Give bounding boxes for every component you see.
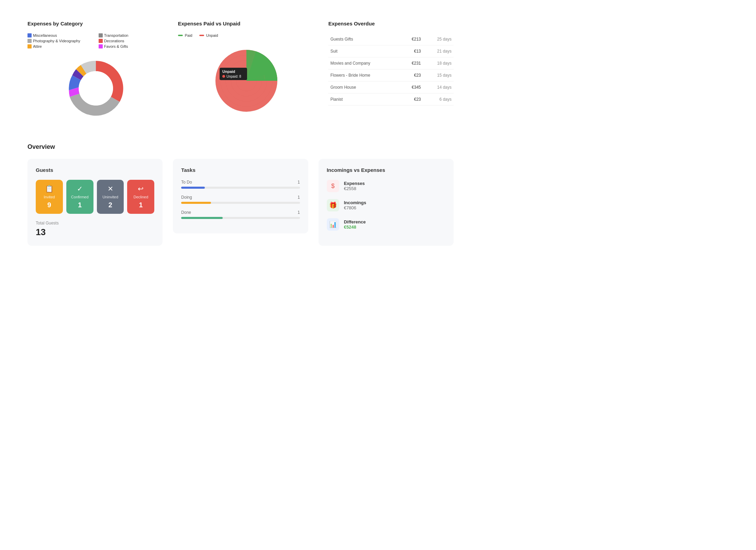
expenses-overdue-title: Expenses Overdue <box>328 21 454 26</box>
expenses-paid-title: Expenses Paid vs Unpaid <box>178 21 315 26</box>
overdue-amount: €213 <box>401 33 423 45</box>
tasks-panel: Tasks To Do 1 Doing 1 <box>173 159 308 233</box>
task-done: Done 1 <box>181 210 300 219</box>
uninvited-icon: ✕ <box>108 185 113 193</box>
svg-point-0 <box>79 71 113 106</box>
overdue-amount: €231 <box>401 57 423 69</box>
expenses-icon: $ <box>327 180 339 192</box>
invited-count: 9 <box>47 201 51 209</box>
task-todo-label: To Do <box>181 180 192 185</box>
difference-value: €5248 <box>344 224 366 230</box>
income-row-difference: 📊 Difference €5248 <box>327 218 445 231</box>
income-text-incomings: Incomings €7806 <box>344 200 366 210</box>
incomings-label: Incomings <box>344 200 366 205</box>
overdue-name: Groom House <box>328 81 401 94</box>
legend-item-attire: Attire <box>27 44 93 48</box>
overdue-days: 6 days <box>423 94 454 106</box>
overdue-table-row: Pianist €23 6 days <box>328 94 454 106</box>
uninvited-count: 2 <box>109 201 112 209</box>
overdue-name: Flowers - Bride Home <box>328 69 401 81</box>
legend-item-favors: Favors & Gifts <box>99 44 164 48</box>
expenses-category-panel: Expenses by Category Miscellaneous Trans… <box>27 21 164 123</box>
overdue-name: Guests Gifts <box>328 33 401 45</box>
expenses-overdue-panel: Expenses Overdue Guests Gifts €213 25 da… <box>328 21 454 106</box>
overdue-days: 18 days <box>423 57 454 69</box>
expenses-label: Expenses <box>344 181 365 186</box>
legend-dot-photo <box>27 39 32 43</box>
invited-icon: 📋 <box>45 185 54 193</box>
overdue-amount: €23 <box>401 69 423 81</box>
task-doing-bar <box>181 202 300 204</box>
unpaid-dot <box>199 35 204 36</box>
task-doing-fill <box>181 202 211 204</box>
task-todo-fill <box>181 187 205 189</box>
overdue-amount: €345 <box>401 81 423 94</box>
guest-cards: 📋 Invited 9 ✓ Confirmed 1 ✕ Uninvited 2 <box>36 180 154 214</box>
overdue-days: 15 days <box>423 69 454 81</box>
incomings-title: Incomings vs Expenses <box>327 167 445 173</box>
overdue-name: Movies and Company <box>328 57 401 69</box>
confirmed-count: 1 <box>78 201 82 209</box>
overdue-days: 25 days <box>423 33 454 45</box>
task-todo: To Do 1 <box>181 180 300 189</box>
income-text-expenses: Expenses €2558 <box>344 181 365 191</box>
legend-item-decor: Decorations <box>99 39 164 43</box>
svg-text:Unpaid: Unpaid <box>222 69 235 74</box>
task-todo-bar <box>181 187 300 189</box>
legend-dot-attire <box>27 44 32 48</box>
task-doing-count: 1 <box>298 195 300 200</box>
legend-dot-favors <box>99 44 103 48</box>
guest-card-confirmed: ✓ Confirmed 1 <box>66 180 93 214</box>
expenses-value: €2558 <box>344 186 365 191</box>
confirmed-label: Confirmed <box>71 195 89 199</box>
legend-item-transport: Transportation <box>99 33 164 37</box>
task-done-fill <box>181 217 223 219</box>
overdue-table-row: Suit €13 21 days <box>328 45 454 57</box>
overdue-table: Guests Gifts €213 25 days Suit €13 21 da… <box>328 33 454 106</box>
svg-text:Unpaid: 8: Unpaid: 8 <box>226 75 241 78</box>
overview-section: Overview Guests 📋 Invited 9 ✓ Confirmed … <box>27 143 454 246</box>
task-doing-header: Doing 1 <box>181 195 300 200</box>
declined-icon: ↩ <box>138 185 144 193</box>
overdue-name: Suit <box>328 45 401 57</box>
income-row-expenses: $ Expenses €2558 <box>327 180 445 192</box>
paid-dot <box>178 35 183 36</box>
task-doing-label: Doing <box>181 195 192 200</box>
donut-chart <box>27 54 164 123</box>
guest-card-declined: ↩ Declined 1 <box>127 180 154 214</box>
legend-dot-decor <box>99 39 103 43</box>
uninvited-label: Uninvited <box>102 195 118 199</box>
overdue-table-row: Guests Gifts €213 25 days <box>328 33 454 45</box>
incomings-panel: Incomings vs Expenses $ Expenses €2558 🎁… <box>319 159 454 246</box>
task-doing: Doing 1 <box>181 195 300 204</box>
expenses-category-title: Expenses by Category <box>27 21 164 26</box>
legend-dot-transport <box>99 33 103 37</box>
overdue-table-row: Flowers - Bride Home €23 15 days <box>328 69 454 81</box>
overdue-table-row: Groom House €345 14 days <box>328 81 454 94</box>
confirmed-icon: ✓ <box>77 185 83 193</box>
legend-item-misc: Miscellaneous <box>27 33 93 37</box>
paid-legend-unpaid: Unpaid <box>199 33 218 37</box>
difference-label: Difference <box>344 219 366 224</box>
tasks-title: Tasks <box>181 167 300 173</box>
overdue-days: 21 days <box>423 45 454 57</box>
guest-card-invited: 📋 Invited 9 <box>36 180 63 214</box>
task-done-label: Done <box>181 210 191 215</box>
paid-legend: Paid Unpaid <box>178 33 315 37</box>
svg-rect-8 <box>222 75 225 78</box>
incomings-icon: 🎁 <box>327 199 339 211</box>
legend-dot-misc <box>27 33 32 37</box>
task-done-header: Done 1 <box>181 210 300 215</box>
guest-card-uninvited: ✕ Uninvited 2 <box>97 180 124 214</box>
overdue-table-row: Movies and Company €231 18 days <box>328 57 454 69</box>
income-text-difference: Difference €5248 <box>344 219 366 230</box>
overview-title: Overview <box>27 143 454 151</box>
overdue-name: Pianist <box>328 94 401 106</box>
category-legend: Miscellaneous Transportation Photography… <box>27 33 164 48</box>
overdue-amount: €13 <box>401 45 423 57</box>
task-todo-count: 1 <box>298 180 300 185</box>
polar-chart: Unpaid Unpaid: 8 <box>178 43 315 119</box>
task-todo-header: To Do 1 <box>181 180 300 185</box>
paid-legend-paid: Paid <box>178 33 192 37</box>
guests-panel: Guests 📋 Invited 9 ✓ Confirmed 1 ✕ Unin <box>27 159 163 246</box>
